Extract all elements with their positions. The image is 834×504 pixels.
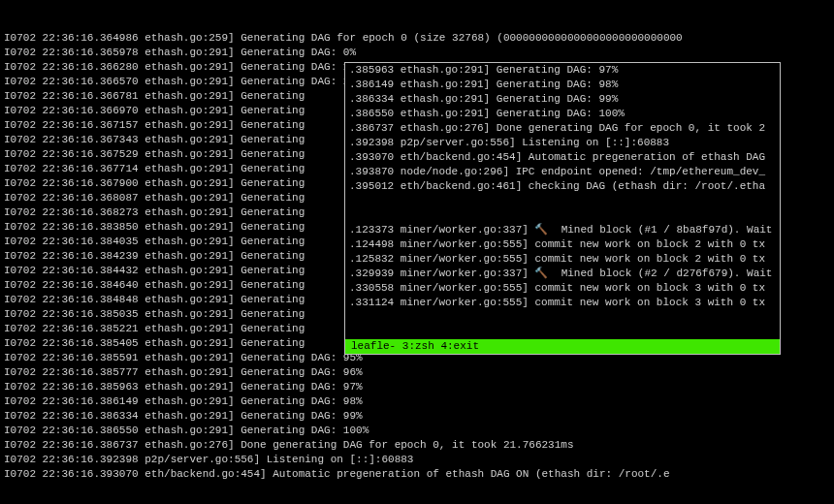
- log-line: .386737 ethash.go:276] Done generating D…: [349, 121, 776, 136]
- log-line: .392398 p2p/server.go:556] Listening on …: [349, 136, 776, 150]
- log-line: .395012 eth/backend.go:461] checking DAG…: [349, 179, 776, 194]
- terminal-foreground-window[interactable]: .385963 ethash.go:291] Generating DAG: 9…: [344, 62, 781, 355]
- log-line: I0702 22:36:16.386737 ethash.go:276] Don…: [4, 438, 834, 453]
- log-line: [349, 194, 776, 208]
- log-line: .124498 miner/worker.go:555] commit new …: [349, 237, 776, 252]
- log-line: I0702 22:36:16.364986 ethash.go:259] Gen…: [4, 31, 834, 46]
- log-output-fg: .385963 ethash.go:291] Generating DAG: 9…: [345, 63, 780, 325]
- log-line: .330558 miner/worker.go:555] commit new …: [349, 281, 776, 296]
- log-line: I0702 22:36:16.393070 eth/backend.go:454…: [4, 467, 834, 482]
- log-line: I0702 22:36:16.386334 ethash.go:291] Gen…: [4, 409, 834, 424]
- log-line: .125832 miner/worker.go:555] commit new …: [349, 252, 776, 267]
- log-line: I0702 22:36:16.386149 ethash.go:291] Gen…: [4, 394, 834, 409]
- log-line: .123373 miner/worker.go:337] 🔨 Mined blo…: [349, 223, 776, 237]
- tmux-status-bar: leafle- 3:zsh 4:exit: [345, 339, 780, 354]
- log-line: I0702 22:36:16.385777 ethash.go:291] Gen…: [4, 365, 834, 380]
- log-line: I0702 22:36:16.365978 ethash.go:291] Gen…: [4, 46, 834, 60]
- log-line: .331124 miner/worker.go:555] commit new …: [349, 296, 776, 310]
- log-line: .385963 ethash.go:291] Generating DAG: 9…: [349, 63, 776, 78]
- log-line: I0702 22:36:16.386550 ethash.go:291] Gen…: [4, 424, 834, 438]
- log-line: I0702 22:36:16.392398 p2p/server.go:556]…: [4, 453, 834, 467]
- log-line: .393070 eth/backend.go:454] Automatic pr…: [349, 150, 776, 165]
- log-line: [349, 310, 776, 325]
- log-line: .393870 node/node.go:296] IPC endpoint o…: [349, 165, 776, 179]
- log-line: .329939 miner/worker.go:337] 🔨 Mined blo…: [349, 267, 776, 281]
- log-line: I0702 22:36:16.385963 ethash.go:291] Gen…: [4, 380, 834, 394]
- log-line: .386550 ethash.go:291] Generating DAG: 1…: [349, 107, 776, 121]
- log-line: .386334 ethash.go:291] Generating DAG: 9…: [349, 92, 776, 107]
- log-line: .386149 ethash.go:291] Generating DAG: 9…: [349, 78, 776, 92]
- log-line: [349, 208, 776, 223]
